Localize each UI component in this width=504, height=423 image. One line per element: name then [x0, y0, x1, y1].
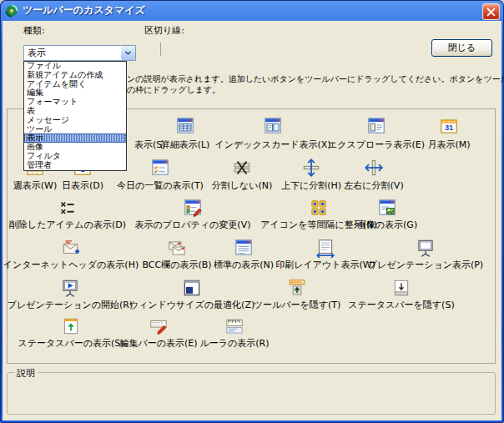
app-icon	[5, 4, 18, 18]
category-label: 種類:	[23, 24, 45, 37]
separator-label: 区切り線:	[144, 24, 184, 37]
description-group-legend: 説明	[14, 367, 38, 380]
align-icons-icon	[308, 197, 330, 219]
toolbar-button-label: 日表示(D)	[62, 179, 103, 192]
dropdown-item-11[interactable]: 管理者	[24, 161, 126, 170]
optimize-window-icon	[181, 277, 203, 299]
svg-text:31: 31	[445, 123, 453, 132]
separator-sample-line	[160, 43, 161, 56]
toolbar-button-label: ステータスバーの表示(S)	[18, 337, 123, 350]
toolbar-button-label: BCC欄の表示(B)	[142, 259, 211, 271]
deleted-items-icon	[57, 197, 78, 219]
window-title: ツールバーのカスタマイズ	[23, 3, 145, 18]
show-image-icon	[376, 197, 398, 219]
hide-toolbar-icon	[286, 277, 308, 299]
hide-statusbar-icon	[391, 277, 412, 299]
toolbar-button-label: エクスプローラ表示(E)	[328, 138, 425, 151]
normal-view-icon	[233, 237, 255, 259]
show-statusbar-icon	[60, 315, 82, 337]
dropdown-item-1[interactable]: 新規アイテムの作成	[24, 71, 126, 80]
category-dropdown-value: 表示	[24, 47, 121, 59]
internet-header-icon	[60, 237, 82, 259]
edit-bar-icon	[148, 315, 169, 337]
toolbar-button-label: ツールバーを隠す(T)	[254, 299, 341, 311]
toolbar-button-label: 画像の表示(G)	[357, 219, 417, 231]
toolbar-button-label: プレゼンテーションの開始(R)	[8, 299, 134, 311]
category-dropdown-list[interactable]: ファイル新規アイテムの作成アイテムを開く編集フォーマット表メッセージツール表示画…	[23, 61, 127, 171]
category-dropdown[interactable]: 表示	[23, 45, 136, 61]
titlebar[interactable]: ツールバーのカスタマイズ	[0, 0, 504, 21]
toolbar-button-label: 削除したアイテムの表示(D)	[9, 219, 126, 231]
toolbar-button-label: インターネットヘッダの表示(H)	[3, 259, 139, 271]
toolbar-button-label: 月表示(M)	[427, 138, 470, 151]
toolbar-button-label: 詳細表示(L)	[161, 138, 210, 151]
toolbar-button-label: 分割しない(N)	[212, 179, 273, 192]
month-view-icon: 31	[438, 115, 460, 137]
instructions-line-2: の枠にドラッグします。	[127, 84, 220, 96]
index-card-view-icon	[262, 115, 284, 137]
close-button[interactable]: 閉じる	[431, 39, 492, 57]
toolbar-button-label: 標準の表示(N)	[214, 259, 274, 271]
toolbar-button-label: 今日の一覧の表示(T)	[117, 179, 204, 192]
chevron-down-icon[interactable]	[121, 46, 135, 60]
dropdown-item-6[interactable]: メッセージ	[24, 116, 126, 125]
close-icon[interactable]	[482, 3, 500, 20]
split-vertical-icon	[363, 157, 385, 179]
toolbar-button-label: ウィンドウサイズの最適化(Z)	[129, 299, 255, 311]
split-none-icon	[231, 157, 253, 179]
dropdown-item-4[interactable]: フォーマット	[24, 98, 126, 107]
toolbar-button-label: ルーラの表示(R)	[200, 337, 270, 350]
toolbar-button-label: プレゼンテーション表示(P)	[368, 259, 483, 271]
ruler-view-icon	[224, 315, 245, 337]
explorer-view-icon	[365, 115, 387, 137]
toolbar-button-label: ステータスバーを隠す(S)	[348, 299, 454, 311]
view-properties-icon	[182, 197, 204, 219]
instructions-line-1: ンの説明が表示されます。追加したいボタンをツールバーにドラッグしてください。ボタ…	[127, 73, 504, 85]
toolbar-button-label: 左右に分割(V)	[344, 179, 403, 192]
presentation-view-icon	[415, 237, 436, 259]
details-view-icon	[174, 115, 196, 137]
start-presentation-icon	[59, 277, 81, 299]
toolbar-button-label: 週表示(W)	[13, 179, 57, 192]
print-layout-icon	[315, 237, 336, 259]
bcc-field-icon	[166, 237, 188, 259]
toolbar-button-label: 表示のプロパティの変更(V)	[135, 219, 251, 231]
toolbar-button-label: 印刷レイアウト表示(W)	[275, 259, 375, 271]
toolbar-button-label: 編集バーの表示(E)	[119, 337, 197, 350]
toolbar-button-label: インデックスカード表示(X)	[214, 138, 330, 151]
customize-toolbar-dialog: ツールバーのカスタマイズ 種類: 区切り線: 表示 閉じる ンの説明が表示されま…	[0, 0, 504, 423]
description-groupbox: 説明	[7, 372, 496, 415]
split-horizontal-icon	[300, 157, 322, 179]
toolbar-button-label: 上下に分割(H)	[281, 179, 341, 192]
today-list-icon	[149, 157, 171, 179]
